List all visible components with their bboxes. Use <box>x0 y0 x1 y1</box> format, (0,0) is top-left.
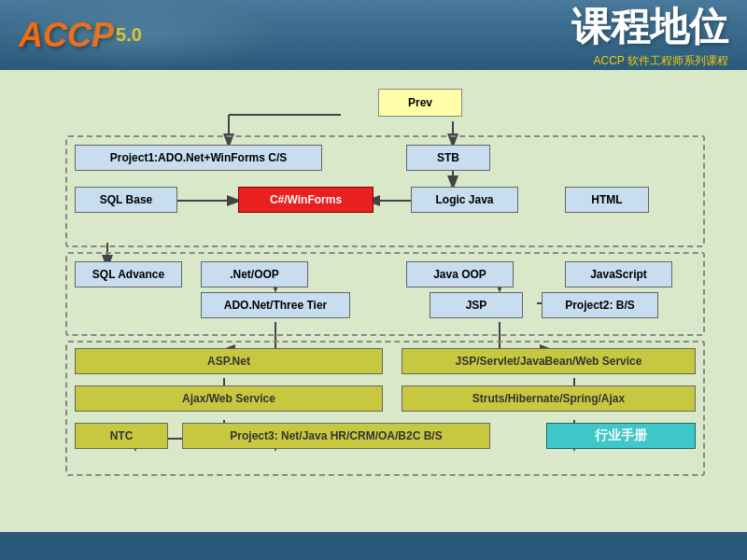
bottom-bar <box>0 532 747 560</box>
header-subtitle: ACCP 软件工程师系列课程 <box>571 53 728 69</box>
logic-java-box: Logic Java <box>411 187 518 213</box>
javascript-box: JavaScript <box>565 261 672 287</box>
stb-box: STB <box>406 145 490 171</box>
header-right: 课程地位 ACCP 软件工程师系列课程 <box>571 1 728 69</box>
asp-net-box: ASP.Net <box>75 348 383 374</box>
prev-box: Prev <box>378 89 462 117</box>
page-title: 课程地位 <box>571 1 728 53</box>
net-oop-box: .Net/OOP <box>201 261 308 287</box>
flowchart: Prev Project1:ADO.Net+WinForms C/S STB S… <box>14 79 733 523</box>
cs-winforms-box: C#/WinForms <box>238 187 374 213</box>
html-box: HTML <box>565 187 649 213</box>
industry-box: 行业手册 <box>546 423 696 449</box>
struts-box: Struts/Hibernate/Spring/Ajax <box>402 385 696 412</box>
project1-box: Project1:ADO.Net+WinForms C/S <box>75 145 322 171</box>
ajax-web-box: Ajax/Web Service <box>75 385 383 412</box>
project3-box: Project3: Net/Java HR/CRM/OA/B2C B/S <box>182 423 490 449</box>
ado-net-box: ADO.Net/Three Tier <box>201 292 350 318</box>
sql-advance-box: SQL Advance <box>75 261 182 287</box>
jsp-servlet-box: JSP/Servlet/JavaBean/Web Service <box>402 348 696 374</box>
header: ACCP 5.0 课程地位 ACCP 软件工程师系列课程 <box>0 0 747 70</box>
java-oop-box: Java OOP <box>406 261 514 287</box>
ntc-box: NTC <box>75 423 168 449</box>
main-content: Prev Project1:ADO.Net+WinForms C/S STB S… <box>0 70 747 532</box>
jsp-box: JSP <box>430 292 523 318</box>
sql-base-box: SQL Base <box>75 187 177 213</box>
project2-box: Project2: B/S <box>542 292 658 318</box>
